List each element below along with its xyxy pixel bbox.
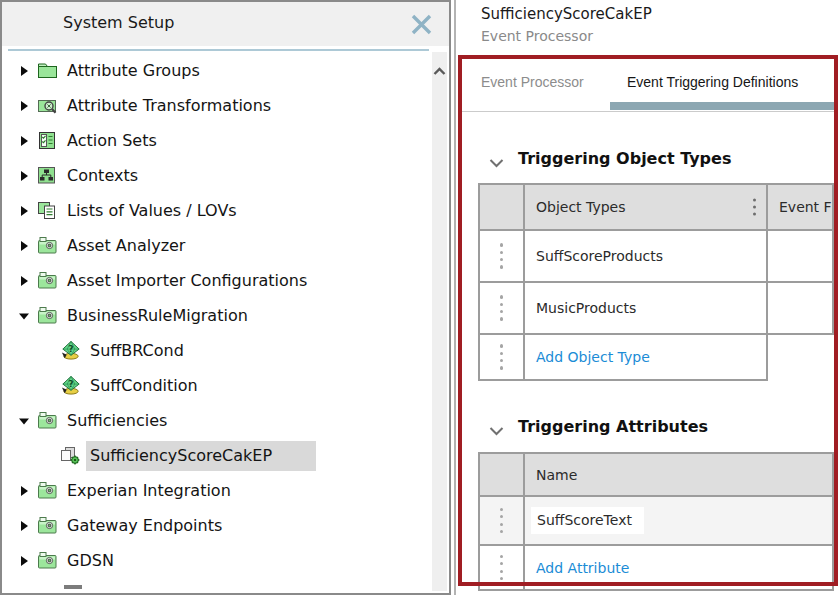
- row-drag-cell: [478, 231, 525, 283]
- table-add-row: Add Attribute: [478, 546, 834, 591]
- tree-item-suffcondition[interactable]: ?SuffCondition: [2, 368, 432, 403]
- tree-scrollbar[interactable]: [432, 52, 447, 591]
- tree-item-label: Action Sets: [67, 131, 157, 150]
- row-drag-cell: [478, 497, 525, 546]
- tree-item-sufficiencyscorecakep[interactable]: SufficiencyScoreCakEP: [2, 438, 432, 473]
- dialog-title: System Setup: [63, 13, 174, 32]
- svg-text:?: ?: [69, 344, 74, 354]
- stacked-lists-icon: [37, 201, 59, 221]
- expand-arrow-icon[interactable]: [18, 485, 31, 497]
- column-header-object-types: Object Types: [525, 183, 768, 231]
- tab-event-triggering-definitions[interactable]: Event Triggering Definitions: [627, 74, 798, 90]
- tree-item-label: GDSN: [67, 551, 114, 570]
- column-header-name: Name: [525, 452, 834, 497]
- tree-item-label: SuffBRCond: [90, 341, 184, 360]
- tree-item-suffbrcond[interactable]: ?SuffBRCond: [2, 333, 432, 368]
- row-drag-cell: [478, 546, 525, 591]
- folder-magnifier-icon: [37, 96, 59, 116]
- row-add-cell[interactable]: Add Object Type: [525, 335, 768, 381]
- camera-folder-icon: [37, 411, 59, 431]
- tree-item-label: Sufficiencies: [67, 411, 167, 430]
- tree-item-label: Asset Analyzer: [67, 236, 185, 255]
- scroll-up-icon[interactable]: [433, 61, 446, 80]
- add-object-type-link[interactable]: Add Object Type: [525, 349, 650, 365]
- tree-item-businessrulemigration[interactable]: BusinessRuleMigration: [2, 298, 432, 333]
- svg-text:?: ?: [69, 379, 74, 389]
- event-processor-icon: [60, 446, 82, 466]
- tree-item-contexts[interactable]: Contexts: [2, 158, 432, 193]
- tree-item-asset-importer-configurations[interactable]: Asset Importer Configurations: [2, 263, 432, 298]
- drag-handle-icon[interactable]: [480, 553, 523, 583]
- tree-item-label: Lists of Values / LOVs: [67, 201, 237, 220]
- tree-item-gateway-endpoints[interactable]: Gateway Endpoints: [2, 508, 432, 543]
- collapse-arrow-icon[interactable]: [18, 415, 31, 427]
- tab-baseline: [462, 111, 834, 112]
- tree-item-asset-analyzer[interactable]: Asset Analyzer: [2, 228, 432, 263]
- cell-value[interactable]: SuffScoreText: [531, 507, 644, 534]
- detail-subtitle: Event Processor: [481, 28, 593, 44]
- camera-folder-icon: [37, 551, 59, 571]
- camera-folder-icon: [37, 271, 59, 291]
- tree-item-gdsn[interactable]: GDSN: [2, 543, 432, 578]
- row-name-cell[interactable]: MusicProducts: [525, 283, 768, 335]
- column-menu-icon[interactable]: [753, 197, 756, 218]
- row-event-filter-cell[interactable]: [768, 283, 834, 335]
- expand-arrow-icon[interactable]: [18, 240, 31, 252]
- drag-handle-icon[interactable]: [480, 293, 523, 323]
- drag-handle-icon[interactable]: [480, 241, 523, 271]
- row-name-cell[interactable]: SuffScoreText: [525, 497, 834, 546]
- section-heading-triggering-object-types: Triggering Object Types: [518, 149, 731, 168]
- cell-value[interactable]: SuffScoreProducts: [536, 248, 663, 264]
- tree-item-label: Contexts: [67, 166, 138, 185]
- tree-item-sufficiencies[interactable]: Sufficiencies: [2, 403, 432, 438]
- expand-arrow-icon[interactable]: [18, 170, 31, 182]
- header-separator: [8, 49, 429, 51]
- collapse-arrow-icon[interactable]: [18, 310, 31, 322]
- gem-icon: ?: [60, 341, 82, 361]
- checklist-icon: [37, 131, 59, 151]
- expand-arrow-icon[interactable]: [18, 205, 31, 217]
- row-event-filter-cell[interactable]: [768, 231, 834, 283]
- tree-item-lists-of-values-lovs[interactable]: Lists of Values / LOVs: [2, 193, 432, 228]
- tree-item-attribute-groups[interactable]: Attribute Groups: [2, 53, 432, 88]
- expand-arrow-icon[interactable]: [18, 275, 31, 287]
- expand-arrow-icon[interactable]: [18, 135, 31, 147]
- row-add-cell[interactable]: Add Attribute: [525, 546, 834, 591]
- drag-handle-icon[interactable]: [480, 506, 523, 536]
- tree-item-label: Experian Integration: [67, 481, 231, 500]
- section-heading-triggering-attributes: Triggering Attributes: [518, 417, 708, 436]
- expand-arrow-icon[interactable]: [18, 555, 31, 567]
- table-add-row: Add Object Type: [478, 335, 834, 381]
- expand-arrow-icon[interactable]: [18, 65, 31, 77]
- add-attribute-link[interactable]: Add Attribute: [525, 560, 629, 576]
- expand-arrow-icon[interactable]: [18, 520, 31, 532]
- cell-value[interactable]: MusicProducts: [536, 300, 636, 316]
- row-drag-cell: [478, 335, 525, 381]
- close-icon[interactable]: [408, 11, 435, 38]
- drag-handle-icon[interactable]: [480, 342, 523, 372]
- column-header-label: Event F: [779, 199, 832, 215]
- partial-tree-item: [64, 585, 82, 589]
- handle-column-header: [478, 452, 525, 497]
- camera-folder-icon: [37, 481, 59, 501]
- tree-item-label: SuffCondition: [90, 376, 198, 395]
- table-row: MusicProducts: [478, 283, 834, 335]
- tab-event-processor[interactable]: Event Processor: [481, 74, 584, 90]
- expand-arrow-icon[interactable]: [18, 100, 31, 112]
- system-setup-tree: Attribute GroupsAttribute Transformation…: [2, 53, 432, 591]
- gem-icon: ?: [60, 376, 82, 396]
- row-name-cell[interactable]: SuffScoreProducts: [525, 231, 768, 283]
- tree-item-attribute-transformations[interactable]: Attribute Transformations: [2, 88, 432, 123]
- tree-item-action-sets[interactable]: Action Sets: [2, 123, 432, 158]
- table-header-row: Name: [478, 452, 834, 497]
- folder-icon: [37, 61, 59, 81]
- collapse-section-icon[interactable]: [489, 421, 504, 440]
- tree-item-label: SufficiencyScoreCakEP: [86, 441, 316, 471]
- orgchart-icon: [37, 166, 59, 186]
- tree-item-label: BusinessRuleMigration: [67, 306, 248, 325]
- tree-item-experian-integration[interactable]: Experian Integration: [2, 473, 432, 508]
- app-window: System Setup Attribute GroupsAttribute T…: [0, 0, 840, 595]
- camera-folder-icon: [37, 306, 59, 326]
- object-types-table: Object TypesEvent FSuffScoreProductsMusi…: [478, 183, 834, 381]
- collapse-section-icon[interactable]: [489, 153, 504, 172]
